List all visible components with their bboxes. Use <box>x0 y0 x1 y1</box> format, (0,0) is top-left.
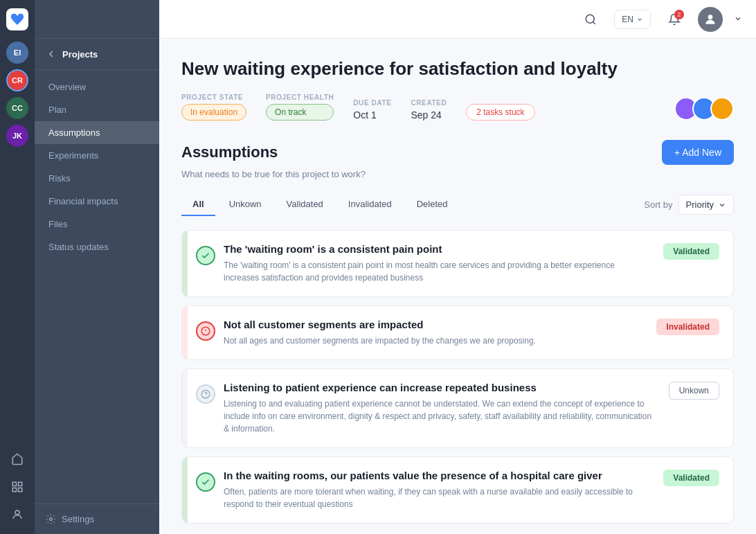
card-bar-2 <box>182 306 188 359</box>
filter-tab-all[interactable]: All <box>181 193 215 216</box>
stuck-badge[interactable]: 2 tasks stuck <box>466 104 534 121</box>
card-badge-2: Invalidated <box>656 319 719 335</box>
svg-rect-0 <box>12 482 16 486</box>
card-title-1: The 'waiting room' is a consistent pain … <box>224 243 652 255</box>
project-health-item: PROJECT HEALTH On track <box>266 94 334 121</box>
state-label: PROJECT STATE <box>181 94 246 101</box>
sidebar-back[interactable]: Projects <box>35 39 159 70</box>
sort-value: Priority <box>686 199 714 210</box>
card-icon-area-4 <box>188 457 224 523</box>
top-header: EN 2 <box>159 0 756 39</box>
card-badge-area-1: Validated <box>663 231 733 296</box>
icon-rail: EI CR CC JK <box>0 0 35 534</box>
project-state-item: PROJECT STATE In evaluation <box>181 94 246 121</box>
filter-row: All Unkown Validated Invalidated Deleted… <box>181 193 734 216</box>
sidebar-item-plan[interactable]: Plan <box>35 98 159 121</box>
assumption-card-3: Listening to patient experience can incr… <box>181 368 734 448</box>
svg-point-6 <box>586 15 595 23</box>
app-logo <box>6 8 28 30</box>
health-badge: On track <box>266 104 334 121</box>
created-label: CREATED <box>411 99 447 107</box>
card-icon-area-3 <box>188 369 224 447</box>
filter-tab-deleted[interactable]: Deleted <box>406 193 459 216</box>
sidebar-item-experiments[interactable]: Experiments <box>35 144 159 167</box>
sort-label: Sort by <box>644 199 672 210</box>
sidebar: Projects Overview Plan Assumptions Exper… <box>35 0 159 534</box>
project-meta-row: PROJECT STATE In evaluation PROJECT HEAL… <box>181 94 734 121</box>
sidebar-header-spacer <box>35 0 159 39</box>
card-icon-area-2 <box>188 306 224 359</box>
sort-area: Sort by Priority <box>644 195 734 215</box>
user-avatar-button[interactable] <box>698 7 723 32</box>
sidebar-item-assumptions[interactable]: Assumptions <box>35 121 159 144</box>
stuck-badge-item[interactable]: 2 tasks stuck <box>466 104 534 121</box>
grid-icon[interactable] <box>6 476 28 498</box>
check-icon-1 <box>196 246 215 265</box>
assumption-card-2: Not all customer segments are impacted N… <box>181 305 734 360</box>
card-badge-area-2: Invalidated <box>656 306 733 359</box>
state-badge: In evaluation <box>181 104 246 121</box>
card-badge-area-3: Unkown <box>669 369 733 447</box>
created-item: CREATED Sep 24 <box>411 99 447 121</box>
notification-badge: 2 <box>674 10 684 19</box>
section-title: Assumptions <box>181 143 278 161</box>
sidebar-item-files[interactable]: Files <box>35 213 159 235</box>
card-desc-3: Listening to and evaluating patient expe… <box>224 398 658 435</box>
card-title-2: Not all customer segments are impacted <box>224 319 645 330</box>
question-icon-3 <box>196 384 215 404</box>
page-title: New waiting experience for satisfaction … <box>181 58 734 80</box>
card-desc-1: The 'waiting room' is a consistent pain … <box>224 259 652 284</box>
assumption-card-1: The 'waiting room' is a consistent pain … <box>181 230 734 297</box>
language-selector[interactable]: EN <box>614 10 651 29</box>
card-badge-4: Validated <box>663 470 719 486</box>
sidebar-nav: Overview Plan Assumptions Experiments Ri… <box>35 70 159 504</box>
rail-avatar-jk[interactable]: JK <box>6 125 28 147</box>
card-body-1: The 'waiting room' is a consistent pain … <box>224 231 663 296</box>
card-body-4: In the waiting rooms, our patients value… <box>224 457 663 523</box>
sidebar-item-financial-impacts[interactable]: Financial impacts <box>35 190 159 213</box>
filter-tab-unknown[interactable]: Unkown <box>218 193 273 216</box>
card-bar-1 <box>182 231 188 296</box>
due-date-label: DUE DATE <box>353 99 391 107</box>
card-badge-3: Unkown <box>669 382 719 400</box>
team-avatars <box>674 97 734 121</box>
rail-avatar-cc[interactable]: CC <box>6 97 28 119</box>
sidebar-item-risks[interactable]: Risks <box>35 167 159 190</box>
search-button[interactable] <box>578 7 603 32</box>
svg-point-4 <box>15 510 19 515</box>
user-menu-chevron[interactable] <box>734 13 742 26</box>
card-bar-4 <box>182 457 188 523</box>
card-badge-area-4: Validated <box>663 457 733 523</box>
notification-button[interactable]: 2 <box>662 7 687 32</box>
sidebar-item-status-updates[interactable]: Status updates <box>35 235 159 258</box>
rail-avatar-ei[interactable]: EI <box>6 42 28 64</box>
sidebar-item-overview[interactable]: Overview <box>35 75 159 98</box>
main-content: New waiting experience for satisfaction … <box>159 39 756 534</box>
svg-point-7 <box>708 15 713 19</box>
card-desc-4: Often, patients are more tolerant when w… <box>224 486 652 510</box>
person-icon[interactable] <box>6 504 28 526</box>
card-icon-area-1 <box>188 231 224 296</box>
svg-rect-3 <box>19 488 22 492</box>
card-body-3: Listening to patient experience can incr… <box>224 369 669 447</box>
card-title-3: Listening to patient experience can incr… <box>224 382 658 393</box>
section-header: Assumptions + Add New <box>181 140 734 165</box>
sidebar-settings[interactable]: Settings <box>35 504 159 534</box>
rail-avatar-cr[interactable]: CR <box>6 69 28 91</box>
card-bar-3 <box>182 369 188 447</box>
settings-label: Settings <box>62 514 94 524</box>
warning-icon-2 <box>196 321 215 341</box>
card-desc-2: Not all ages and customer segments are i… <box>224 335 645 347</box>
sidebar-back-label: Projects <box>62 49 98 60</box>
check-icon-4 <box>196 472 215 492</box>
add-new-button[interactable]: + Add New <box>662 140 734 165</box>
filter-tab-validated[interactable]: Validated <box>276 193 334 216</box>
section-subtitle: What needs to be true for this project t… <box>181 169 734 179</box>
home-icon[interactable] <box>6 448 28 470</box>
filter-tab-invalidated[interactable]: Invalidated <box>337 193 403 216</box>
sort-select[interactable]: Priority <box>678 195 734 215</box>
svg-rect-2 <box>12 488 16 492</box>
team-avatar-3 <box>710 97 734 121</box>
svg-rect-1 <box>19 482 22 486</box>
card-title-4: In the waiting rooms, our patients value… <box>224 470 652 481</box>
